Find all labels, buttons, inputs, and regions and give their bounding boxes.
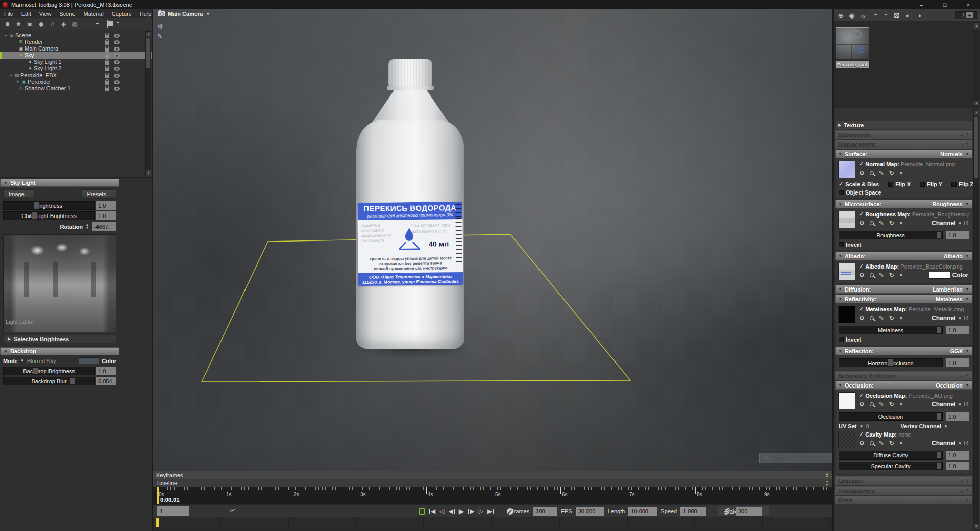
backdrop-header[interactable]: ▼ Backdrop	[0, 347, 119, 355]
cavity-map-thumbnail[interactable]	[838, 431, 855, 448]
backdrop-blur-slider[interactable]: Backdrop Blur	[3, 377, 95, 385]
specular-cavity-slider[interactable]: Specular Cavity	[839, 462, 943, 470]
chevron-down-icon[interactable]: ▼	[965, 488, 969, 493]
library-scrollbar[interactable]: ▲ ▼	[974, 22, 979, 107]
lock-icon[interactable]	[105, 55, 109, 58]
metalness-map-file[interactable]: Peroxide_Metallic.png	[909, 306, 964, 312]
close-button[interactable]: ×	[957, 0, 980, 9]
chevron-down-icon[interactable]: ▼	[965, 287, 969, 292]
diffuse-cavity-slider[interactable]: Diffuse Cavity	[839, 451, 943, 460]
visibility-icon[interactable]	[114, 47, 120, 51]
image-button[interactable]: Image...	[3, 189, 35, 199]
normal-map-thumbnail[interactable]	[838, 161, 855, 178]
scroll-down-icon[interactable]: ▼	[974, 101, 979, 106]
map-edit-pencil-icon[interactable]: ✎	[879, 401, 884, 408]
extra-section-header[interactable]: Extra: - ▼	[835, 496, 972, 504]
play-button[interactable]: ▶	[459, 508, 464, 515]
play-reverse-button[interactable]: ◁	[439, 508, 444, 514]
map-clear-icon[interactable]: ×	[899, 170, 903, 177]
add-light-icon[interactable]: ★	[14, 19, 23, 29]
emissive-section-header[interactable]: Emissive: - ▼	[835, 476, 972, 485]
keyframes-bar[interactable]: Keyframes ▲▲	[153, 471, 832, 479]
chevron-down-icon[interactable]: ▼	[965, 254, 969, 258]
specular-cavity-value[interactable]: 1.0	[946, 462, 969, 470]
map-preview-magnifier-icon[interactable]	[870, 273, 874, 277]
menu-view[interactable]: View	[35, 11, 56, 17]
check-icon[interactable]: ✓	[859, 306, 864, 312]
tree-item-sky[interactable]: ☀ Sky	[0, 52, 152, 59]
history-forward-icon[interactable]: ◑	[915, 12, 923, 19]
channel-selector[interactable]: Channel ▼ R	[932, 315, 969, 322]
cavity-map-file[interactable]: none	[898, 431, 911, 438]
map-settings-gear-icon[interactable]: ⚙	[859, 315, 865, 322]
add-sky-icon[interactable]: ⌂	[47, 19, 57, 29]
tree-item-main-camera[interactable]: ▣ Main Camera	[0, 45, 152, 52]
duplicate-material-icon[interactable]: ◉	[848, 12, 856, 19]
albedo-map-file[interactable]: Peroxide_BaseColor.png	[900, 263, 963, 270]
add-object-icon[interactable]: ■	[3, 19, 12, 29]
chevron-down-icon[interactable]: ▼	[944, 424, 948, 429]
tree-scrollbar[interactable]: ▲ ▼	[145, 31, 151, 176]
chevron-down-icon[interactable]: ▼	[965, 373, 969, 378]
chevron-down-icon[interactable]: ▼	[965, 297, 969, 301]
backdrop-blur-value[interactable]: 0.054	[96, 377, 116, 385]
secondary-reflection-section-header[interactable]: Secondary Reflection: - ▼	[835, 371, 972, 380]
sky-image-preview[interactable]: Light Editor	[3, 234, 116, 332]
expander-icon[interactable]: −	[8, 72, 13, 79]
metalness-slider[interactable]: Metalness	[839, 326, 943, 334]
scroll-up-icon[interactable]: ▲	[974, 23, 979, 29]
diffusion-section-header[interactable]: ▼ Diffusion: Lambertian ▼	[835, 285, 972, 294]
chevron-down-icon[interactable]: ▼	[965, 152, 969, 156]
lock-icon[interactable]	[105, 61, 109, 65]
tree-item-shadow-catcher-1[interactable]: △ Shadow Catcher 1	[0, 85, 152, 92]
map-edit-pencil-icon[interactable]: ✎	[879, 315, 884, 322]
map-preview-magnifier-icon[interactable]	[870, 221, 874, 225]
map-edit-pencil-icon[interactable]: ✎	[879, 440, 884, 447]
chevron-down-icon[interactable]: ▼	[965, 142, 969, 147]
visibility-icon[interactable]	[114, 80, 120, 84]
add-turntable-icon[interactable]: ◎	[70, 19, 80, 29]
minimize-button[interactable]: –	[910, 0, 933, 9]
scroll-down-icon[interactable]: ▼	[146, 170, 151, 176]
check-icon[interactable]: ✓	[859, 161, 864, 167]
scale-bias-checkbox-label[interactable]: Scale & Bias	[845, 181, 879, 187]
step-back-button[interactable]: ◀	[448, 508, 454, 514]
map-preview-magnifier-icon[interactable]	[870, 441, 874, 445]
backdrop-color-swatch[interactable]	[79, 357, 99, 364]
check-icon[interactable]: ✓	[859, 431, 864, 438]
rotation-stepper[interactable]: ▲ ▼	[86, 224, 89, 229]
timeline-ruler[interactable]: 0s 1s 2s 3s 4s 5s 6s 7s 8s 9s 0:00.01	[153, 487, 832, 504]
brightness-slider[interactable]: Brightness	[3, 201, 95, 210]
lock-icon[interactable]	[105, 68, 109, 71]
backdrop-brightness-slider[interactable]: Backdrop Brightness	[3, 367, 95, 375]
lock-icon[interactable]	[105, 75, 109, 78]
microsurface-mode-value[interactable]: Roughness	[932, 201, 963, 207]
check-icon[interactable]: ✓	[859, 263, 864, 270]
reflectivity-section-header[interactable]: ▼ Reflectivity: Metalness ▼	[835, 295, 972, 303]
albedo-mode-value[interactable]: Albedo	[944, 253, 963, 259]
metalness-map-thumbnail[interactable]	[838, 306, 855, 323]
map-edit-pencil-icon[interactable]: ✎	[879, 272, 884, 279]
link-frames-field[interactable]: 300	[736, 507, 762, 516]
texture-section-header[interactable]: ▶ Texture	[835, 120, 972, 129]
reflectivity-mode-value[interactable]: Metalness	[936, 296, 963, 302]
diffuse-cavity-value[interactable]: 1.0	[946, 451, 969, 460]
occlusion-map-thumbnail[interactable]	[838, 392, 855, 409]
count-minus[interactable]: - /	[959, 12, 964, 18]
lock-icon[interactable]	[105, 48, 109, 52]
sky-light-header[interactable]: ▼ Sky Light	[0, 179, 119, 187]
expander-icon[interactable]: +	[15, 79, 20, 85]
map-preview-magnifier-icon[interactable]	[870, 402, 874, 406]
vertex-channel-value[interactable]: -	[950, 423, 952, 429]
new-material-icon[interactable]: ⊕	[837, 12, 845, 19]
check-icon[interactable]: ✓	[859, 211, 864, 218]
visibility-icon[interactable]	[114, 87, 120, 91]
diffusion-mode-value[interactable]: Lambertian	[933, 286, 963, 293]
fps-field[interactable]: 30.000	[576, 507, 604, 516]
scroll-up-icon[interactable]: ▲	[146, 32, 151, 37]
map-clear-icon[interactable]: ×	[899, 272, 903, 279]
material-sphere-thumbnail[interactable]	[836, 27, 869, 59]
chevron-down-icon[interactable]: ▼	[965, 498, 969, 502]
horizon-occlusion-slider[interactable]: Horizon Occlusion	[839, 358, 943, 367]
map-clear-icon[interactable]: ×	[899, 315, 903, 322]
